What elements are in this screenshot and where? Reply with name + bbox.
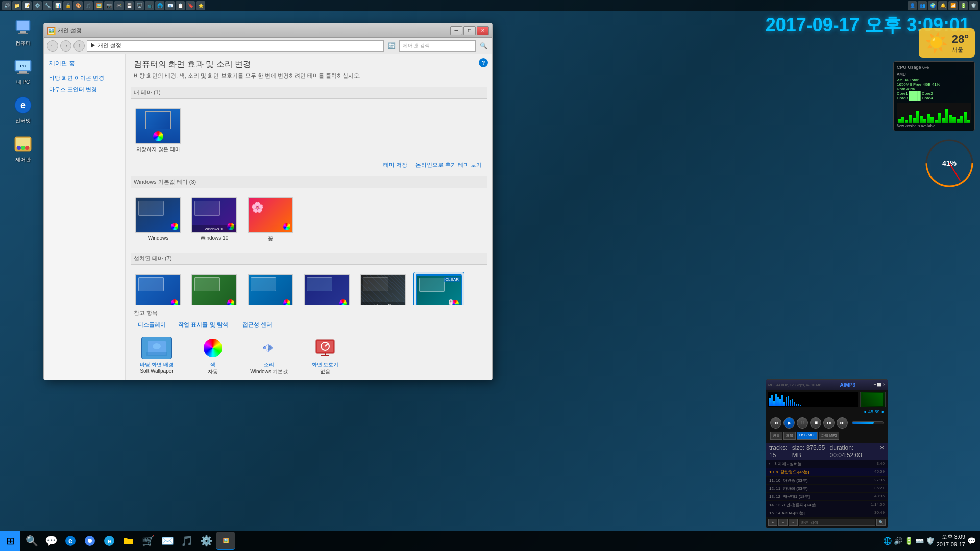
aimp-search-btn[interactable]: 🔍 bbox=[876, 519, 886, 526]
tray-icon-2[interactable]: 🔊 bbox=[894, 537, 902, 545]
theme-item-windows[interactable]: Windows bbox=[133, 195, 184, 244]
mode-repeat[interactable]: 반복 bbox=[770, 432, 782, 440]
taskbar-app-ie[interactable]: e bbox=[100, 532, 118, 550]
playlist-close[interactable]: ✕ bbox=[879, 444, 885, 459]
tray-icon-5[interactable]: 🛡️ bbox=[926, 537, 935, 545]
theme-item-flowers[interactable]: 🌸 꽃 bbox=[245, 195, 296, 244]
prev-button[interactable]: ⏮ bbox=[770, 417, 781, 429]
minimize-button[interactable]: ─ bbox=[450, 26, 462, 35]
theme-item-aero7[interactable]: Aero 7 bbox=[245, 272, 296, 305]
playlist-item-9[interactable]: 9. 최자매 - 실버블 3:40 bbox=[766, 460, 888, 468]
playlist-item-13[interactable]: 13. 12. 재운대1-(18분) 48:35 bbox=[766, 493, 888, 501]
theme-item-aero7clear[interactable]: Aero 7 Clear bbox=[133, 272, 184, 305]
search-icon[interactable]: 🔍 bbox=[478, 40, 489, 52]
online-themes-link[interactable]: 온라인으로 추가 테마 보기 bbox=[415, 161, 482, 169]
start-button[interactable]: ⊞ bbox=[0, 531, 20, 551]
desktop-icon-internet[interactable]: e 인터넷 bbox=[5, 93, 41, 127]
topbar-right-icon-2[interactable]: 👥 bbox=[918, 1, 927, 10]
playlist-item-12[interactable]: 12. 11. 카바레-(33분) 36:21 bbox=[766, 485, 888, 493]
mode-osb[interactable]: OSB MP3 bbox=[797, 432, 818, 440]
pause-button[interactable]: ⏸ bbox=[797, 417, 808, 429]
save-theme-link[interactable]: 테마 저장 bbox=[383, 161, 407, 169]
theme-item-unsaved[interactable]: 저장하지 않은 테마 bbox=[133, 106, 184, 155]
topbar-icon-5[interactable]: 🔧 bbox=[43, 1, 52, 10]
aimp-add-btn[interactable]: + bbox=[768, 519, 777, 526]
topbar-icon-10[interactable]: 🖼️ bbox=[94, 1, 103, 10]
topbar-right-icon-5[interactable]: 📶 bbox=[948, 1, 958, 10]
topbar-icon-8[interactable]: 🎨 bbox=[74, 1, 83, 10]
aimp-search-input[interactable] bbox=[799, 519, 875, 526]
taskbar-app-music[interactable]: 🎵 bbox=[178, 532, 196, 550]
taskbar-cortana[interactable]: 💬 bbox=[42, 532, 60, 550]
theme-item-aero7sq[interactable]: Aero 7 Square bbox=[189, 272, 240, 305]
cpu-version-note[interactable]: New version is available bbox=[897, 124, 971, 128]
tray-notifications[interactable]: 💬 bbox=[967, 537, 976, 545]
taskbar-app-settings[interactable]: ⚙️ bbox=[197, 532, 215, 550]
topbar-icon-16[interactable]: 🌐 bbox=[155, 1, 164, 10]
tray-icon-4[interactable]: ⌨️ bbox=[915, 537, 924, 545]
theme-item-windows10[interactable]: Windows 10 Windows 10 bbox=[189, 195, 240, 244]
topbar-icon-2[interactable]: 📁 bbox=[12, 1, 21, 10]
aimp-remove-btn[interactable]: − bbox=[778, 519, 788, 526]
footer-item-sound[interactable]: ♪ 소리 Windows 기본값 bbox=[246, 337, 292, 375]
tray-icon-3[interactable]: 🔋 bbox=[904, 537, 913, 545]
topbar-icon-11[interactable]: 📷 bbox=[104, 1, 113, 10]
playlist-item-10[interactable]: 10. 9. 갈반영으-[46분] 45:59 bbox=[766, 468, 888, 477]
playlist-item-14[interactable]: 14. 13.70년-청른다-[74분] 1:14:05 bbox=[766, 501, 888, 509]
topbar-icon-7[interactable]: 🔒 bbox=[63, 1, 72, 10]
taskbar-clock[interactable]: 오후 3:09 2017-09-17 bbox=[937, 533, 965, 549]
maximize-button[interactable]: □ bbox=[463, 26, 476, 35]
topbar-icon-18[interactable]: 📋 bbox=[176, 1, 185, 10]
topbar-right-icon-1[interactable]: 👤 bbox=[908, 1, 917, 10]
topbar-icon-4[interactable]: ⚙️ bbox=[33, 1, 42, 10]
taskbar-app-chrome[interactable] bbox=[81, 532, 99, 550]
footer-item-taskbar[interactable]: 작업 표시줄 및 탐색 bbox=[178, 321, 229, 329]
topbar-icon-12[interactable]: 🎮 bbox=[114, 1, 124, 10]
topbar-icon-1[interactable]: 🔊 bbox=[2, 1, 11, 10]
sidebar-home[interactable]: 제어판 홈 bbox=[49, 59, 120, 68]
desktop-icon-controlpanel[interactable]: 제어판 bbox=[5, 132, 41, 165]
playlist-item-11[interactable]: 11. 10. 아연승-(33분) 27:35 bbox=[766, 477, 888, 485]
footer-item-screensaver[interactable]: 화면 보호기 없음 bbox=[302, 337, 348, 375]
topbar-icon-14[interactable]: 🖥️ bbox=[135, 1, 144, 10]
footer-item-accessibility[interactable]: 접근성 센터 bbox=[237, 321, 278, 329]
topbar-icon-19[interactable]: 🔖 bbox=[186, 1, 195, 10]
taskbar-app-edge[interactable]: e bbox=[61, 532, 80, 550]
playlist-item-15[interactable]: 15. 14.ABBA-[38분] 30:49 bbox=[766, 509, 888, 517]
topbar-icon-20[interactable]: ⭐ bbox=[196, 1, 205, 10]
taskbar-active-window[interactable]: 🖼️ bbox=[216, 532, 235, 550]
desktop-icon-computer[interactable]: 컴퓨터 bbox=[5, 15, 41, 49]
footer-item-display[interactable]: 디스플레이 bbox=[134, 321, 169, 329]
back-button[interactable]: ← bbox=[47, 40, 58, 52]
next-button[interactable]: ⏭ bbox=[823, 417, 835, 429]
topbar-icon-13[interactable]: 💾 bbox=[125, 1, 134, 10]
footer-item-wallpaper[interactable]: 바탕 화면 배경 Soft Wallpaper bbox=[134, 337, 180, 374]
topbar-right-icon-3[interactable]: 🌍 bbox=[928, 1, 937, 10]
topbar-right-icon-7[interactable]: 🛡️ bbox=[969, 1, 978, 10]
volume-slider[interactable] bbox=[852, 421, 884, 424]
forward-button[interactable]: → bbox=[60, 40, 71, 52]
taskbar-search[interactable]: 🔍 bbox=[22, 532, 41, 550]
refresh-button[interactable]: 🔄 bbox=[386, 40, 397, 52]
address-bar[interactable]: ▶ 개인 설정 bbox=[87, 40, 384, 52]
up-button[interactable]: ↑ bbox=[74, 40, 85, 52]
topbar-right-icon-6[interactable]: 🔋 bbox=[959, 1, 968, 10]
mode-pebble[interactable]: 페블 bbox=[783, 432, 796, 440]
aimp-sort-btn[interactable]: ≡ bbox=[789, 519, 798, 526]
topbar-right-icon-4[interactable]: 🔔 bbox=[938, 1, 947, 10]
topbar-icon-3[interactable]: 📝 bbox=[22, 1, 32, 10]
topbar-icon-17[interactable]: 📧 bbox=[165, 1, 175, 10]
topbar-icon-6[interactable]: 📊 bbox=[53, 1, 62, 10]
search-bar[interactable]: 제어판 검색 bbox=[399, 40, 476, 52]
help-button[interactable]: ? bbox=[479, 58, 488, 67]
taskbar-app-mail[interactable]: ✉️ bbox=[158, 532, 177, 550]
stop-button[interactable]: ⏹ bbox=[810, 417, 821, 429]
taskbar-app-store[interactable]: 🛒 bbox=[139, 532, 157, 550]
theme-item-plexus[interactable]: Windows 10 Plexus X bbox=[357, 272, 408, 305]
topbar-icon-9[interactable]: 🎵 bbox=[84, 1, 93, 10]
theme-item-basic7[interactable]: Basic 7 bbox=[301, 272, 352, 305]
play-button[interactable]: ▶ bbox=[783, 417, 795, 429]
desktop-icon-mypc[interactable]: PC 내 PC bbox=[5, 54, 41, 88]
taskbar-app-folder[interactable] bbox=[119, 532, 138, 550]
sidebar-link-mouse-pointer[interactable]: 마우스 포인터 변경 bbox=[49, 86, 120, 93]
